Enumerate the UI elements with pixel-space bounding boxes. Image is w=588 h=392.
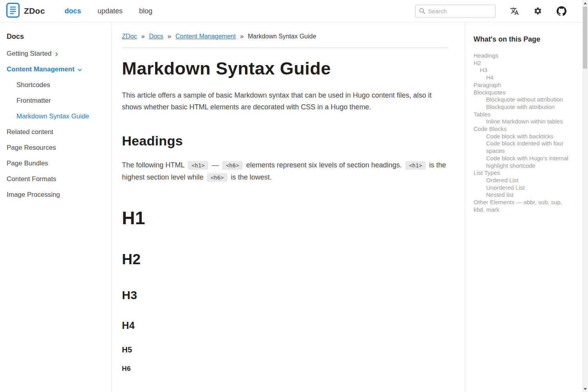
sidebar-item-content-management[interactable]: Content Management (7, 62, 106, 77)
zdoc-logo-icon (6, 3, 20, 19)
toc-item-h4[interactable]: H4 (474, 74, 572, 82)
toc-item-code-block-indented[interactable]: Code block indented with four spaces (474, 140, 572, 154)
main-content: ZDoc » Docs » Content Management » Markd… (112, 22, 465, 392)
paragraph-text: — (212, 161, 219, 169)
sidebar-item-label: Markdown Syntax Guide (16, 113, 89, 120)
sidebar-item-getting-started[interactable]: Getting Started (7, 46, 106, 62)
brand-name: ZDoc (24, 6, 45, 16)
github-icon[interactable] (557, 6, 566, 16)
search-icon (419, 8, 425, 14)
toc-item-h2[interactable]: H2 (474, 60, 572, 67)
sidebar-item-markdown-syntax-guide[interactable]: Markdown Syntax Guide (16, 109, 106, 124)
search-box[interactable] (415, 5, 495, 18)
sidebar-item-page-resources[interactable]: Page Resources (7, 140, 106, 156)
breadcrumb-current-page: Markdown Syntax Guide (248, 33, 316, 40)
paragraph-text: The following HTML (122, 161, 184, 169)
toc-item-blockquotes[interactable]: Blockquotes (474, 89, 572, 96)
down-triangle-icon (584, 388, 587, 390)
article-intro: This article offers a sample of basic Ma… (122, 89, 449, 113)
headings-paragraph: The following HTML <h1> — <h6> elements … (122, 159, 449, 183)
primary-nav: docs updates blog (65, 7, 152, 15)
sample-heading-h4: H4 (122, 320, 449, 331)
toc-item-h3[interactable]: H3 (474, 67, 572, 74)
toc-item-inline-markdown-within-tables[interactable]: Inline Markdown within tables (474, 118, 572, 125)
toc-item-unordered-list[interactable]: Unordered List (474, 184, 572, 192)
chevron-down-icon (77, 67, 82, 73)
top-navbar: ZDoc docs updates blog (0, 0, 582, 22)
sidebar-item-content-formats[interactable]: Content Formats (7, 171, 106, 187)
sidebar-item-related-content[interactable]: Related content (7, 124, 106, 140)
inline-code-h1: <h1> (405, 161, 426, 170)
breadcrumb-link-content-management[interactable]: Content Management (176, 33, 236, 40)
scrollbar-thumb[interactable] (583, 7, 587, 69)
paragraph-text: is the lowest. (231, 173, 272, 181)
sample-heading-h6: H6 (122, 365, 449, 373)
sidebar-item-label: Page Resources (7, 144, 56, 152)
sample-heading-h1: H1 (122, 208, 449, 229)
chevron-right-icon (54, 52, 59, 57)
sidebar-item-frontmatter[interactable]: Frontmatter (16, 93, 106, 109)
sidebar-item-label: Content Formats (7, 175, 56, 183)
sidebar-item-label: Content Management (7, 65, 74, 73)
sidebar-item-label: Image Processing (7, 191, 60, 199)
section-heading-headings: Headings (122, 133, 449, 149)
sidebar-item-page-bundles[interactable]: Page Bundles (7, 156, 106, 171)
breadcrumb-separator: » (240, 33, 243, 40)
breadcrumb-separator: » (141, 33, 145, 40)
sidebar-item-image-processing[interactable]: Image Processing (7, 187, 106, 203)
table-of-contents: What's on this Page Headings H2 H3 H4 Pa… (465, 22, 582, 392)
toc-list: Headings H2 H3 H4 Paragraph Blockquotes … (474, 52, 572, 213)
nav-link-updates[interactable]: updates (98, 7, 123, 15)
sidebar-item-label: Getting Started (7, 50, 51, 58)
toc-item-list-types[interactable]: List Types (474, 169, 572, 177)
nav-link-docs[interactable]: docs (65, 7, 81, 15)
toc-item-code-block-with-backticks[interactable]: Code block with backticks (474, 133, 572, 140)
toc-item-headings[interactable]: Headings (474, 52, 572, 60)
toc-item-nested-list[interactable]: Nested list (474, 191, 572, 199)
toc-item-ordered-list[interactable]: Ordered List (474, 177, 572, 184)
breadcrumb-link-docs[interactable]: Docs (149, 33, 163, 40)
sample-heading-h2: H2 (122, 251, 449, 268)
inline-code-h1: <h1> (188, 161, 208, 170)
toc-item-tables[interactable]: Tables (474, 111, 572, 118)
toc-item-code-block-highlight-shortcode[interactable]: Code block with Hugo’s internal highligh… (474, 155, 572, 169)
toc-item-blockquote-without-attribution[interactable]: Blockquote without attribution (474, 96, 572, 103)
sidebar-title: Docs (7, 33, 106, 41)
inline-code-h6: <h6> (222, 161, 243, 170)
sidebar-item-label: Shortcodes (16, 81, 50, 89)
scrollbar-down-arrow[interactable] (582, 386, 588, 392)
breadcrumb-divider (122, 47, 449, 48)
inline-code-h6: <h6> (207, 173, 227, 182)
sidebar-nav: Getting Started Content Management Short… (7, 46, 106, 203)
scrollbar-up-arrow[interactable] (582, 0, 588, 6)
sidebar-item-label: Related content (7, 128, 53, 136)
nav-link-blog[interactable]: blog (139, 7, 152, 15)
translate-icon[interactable] (510, 7, 519, 16)
toc-item-other-elements[interactable]: Other Elements — abbr, sub, sup, kbd, ma… (474, 199, 572, 213)
sidebar-item-label: Page Bundles (7, 160, 48, 167)
page-title: Markdown Syntax Guide (122, 58, 449, 79)
sidebar-item-label: Frontmatter (16, 97, 51, 105)
toc-title: What's on this Page (474, 35, 572, 44)
toc-item-blockquote-with-attribution[interactable]: Blockquote with attribution (474, 103, 572, 111)
breadcrumb: ZDoc » Docs » Content Management » Markd… (122, 33, 449, 40)
toc-item-paragraph[interactable]: Paragraph (474, 82, 572, 89)
breadcrumb-link-zdoc[interactable]: ZDoc (122, 33, 137, 40)
paragraph-text: elements represent six levels of section… (246, 161, 402, 169)
sample-heading-h3: H3 (122, 289, 449, 302)
toc-item-code-blocks[interactable]: Code Blocks (474, 125, 572, 133)
sidebar-content-management-children: Shortcodes Frontmatter Markdown Syntax G… (7, 77, 106, 124)
brand-home-link[interactable]: ZDoc (6, 3, 45, 19)
page-layout: Docs Getting Started Content Management (0, 22, 582, 392)
up-triangle-icon (584, 2, 587, 4)
sidebar-item-shortcodes[interactable]: Shortcodes (16, 77, 106, 93)
app: ZDoc docs updates blog (0, 0, 582, 392)
sample-heading-h5: H5 (122, 345, 449, 354)
vertical-scrollbar[interactable] (582, 0, 588, 392)
docs-sidebar: Docs Getting Started Content Management (0, 22, 112, 392)
search-input[interactable] (428, 8, 492, 15)
settings-gear-icon[interactable] (534, 7, 542, 15)
breadcrumb-separator: » (168, 33, 171, 40)
